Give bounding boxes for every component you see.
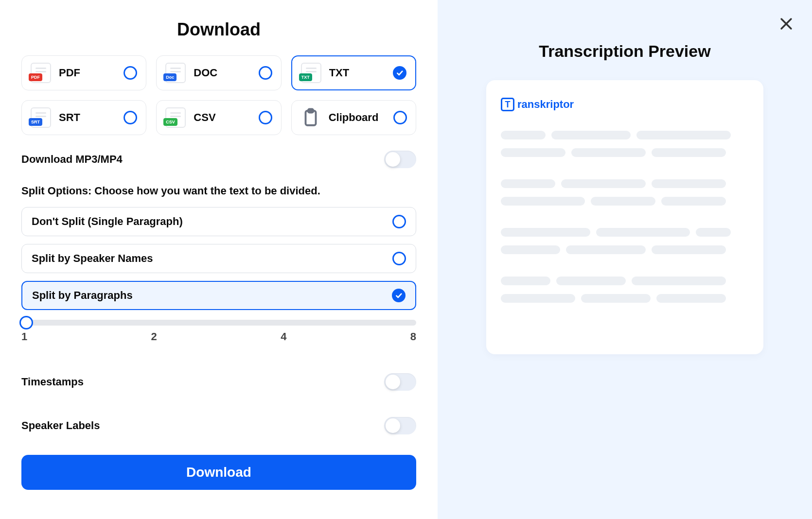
clipboard-icon — [300, 107, 321, 128]
toggle-row-mp3: Download MP3/MP4 — [21, 151, 416, 168]
slider-track[interactable] — [21, 320, 416, 326]
format-card-txt[interactable]: TXT TXT — [291, 55, 416, 90]
format-label: DOC — [194, 67, 250, 79]
radio-checked-icon — [393, 66, 406, 80]
download-title: Download — [21, 19, 416, 40]
format-label: Clipboard — [329, 111, 386, 124]
slider-tick: 1 — [21, 330, 27, 343]
radio-icon — [392, 252, 406, 265]
format-card-pdf[interactable]: PDF PDF — [21, 55, 146, 90]
more-toggles: Timestamps Speaker Labels — [21, 358, 416, 434]
format-grid: PDF PDF Doc DOC TXT TXT — [21, 55, 416, 135]
close-icon[interactable] — [778, 16, 794, 32]
split-option-label: Split by Paragraphs — [32, 289, 133, 302]
file-srt-icon: SRT — [31, 107, 51, 128]
format-label: PDF — [59, 67, 116, 79]
radio-icon — [392, 215, 406, 228]
toggle-knob — [386, 375, 400, 389]
radio-icon — [124, 66, 137, 80]
timestamps-label: Timestamps — [21, 376, 84, 388]
format-label: TXT — [329, 67, 385, 79]
slider-tick: 4 — [281, 330, 286, 343]
file-doc-icon: Doc — [165, 63, 186, 83]
format-label: SRT — [59, 111, 116, 124]
split-options-heading: Split Options: Choose how you want the t… — [21, 185, 416, 197]
skeleton-paragraph — [501, 277, 749, 303]
brand-mark-icon: T — [501, 98, 514, 111]
skeleton-paragraph — [501, 131, 749, 157]
toggle-knob — [386, 152, 400, 167]
preview-title: Transcription Preview — [539, 42, 710, 61]
speaker-labels-label: Speaker Labels — [21, 419, 100, 432]
split-option-label: Split by Speaker Names — [32, 252, 153, 265]
split-option-dont-split[interactable]: Don't Split (Single Paragraph) — [21, 207, 416, 236]
toggle-row-speaker-labels: Speaker Labels — [21, 417, 416, 434]
radio-icon — [259, 66, 272, 80]
file-csv-icon: CSV — [165, 107, 186, 128]
format-card-srt[interactable]: SRT SRT — [21, 100, 146, 135]
radio-icon — [393, 111, 407, 124]
skeleton-paragraph — [501, 179, 749, 206]
download-panel: Download PDF PDF Doc DOC TXT TXT — [0, 0, 438, 519]
file-pdf-icon: PDF — [31, 63, 51, 83]
format-label: CSV — [194, 111, 250, 124]
download-button[interactable]: Download — [21, 455, 416, 490]
radio-icon — [259, 111, 272, 124]
brand-logo: T ranskriptor — [501, 98, 749, 111]
format-card-csv[interactable]: CSV CSV — [156, 100, 281, 135]
timestamps-toggle[interactable] — [384, 373, 416, 391]
preview-panel: Transcription Preview T ranskriptor — [438, 0, 812, 519]
paragraph-slider: 1 2 4 8 — [21, 320, 416, 343]
radio-checked-icon — [392, 289, 406, 302]
preview-card: T ranskriptor — [486, 80, 763, 354]
speaker-labels-toggle[interactable] — [384, 417, 416, 434]
format-card-doc[interactable]: Doc DOC — [156, 55, 281, 90]
file-txt-icon: TXT — [301, 63, 321, 83]
split-option-paragraphs[interactable]: Split by Paragraphs — [21, 281, 416, 310]
format-card-clipboard[interactable]: Clipboard — [291, 100, 416, 135]
slider-ticks: 1 2 4 8 — [21, 330, 416, 343]
brand-text: ranskriptor — [517, 98, 574, 111]
slider-thumb[interactable] — [19, 316, 33, 329]
mp3-toggle[interactable] — [384, 151, 416, 168]
split-option-speaker-names[interactable]: Split by Speaker Names — [21, 244, 416, 273]
skeleton-paragraph — [501, 228, 749, 254]
split-option-label: Don't Split (Single Paragraph) — [32, 215, 183, 228]
slider-tick: 2 — [151, 330, 157, 343]
slider-tick: 8 — [410, 330, 416, 343]
toggle-knob — [386, 418, 400, 433]
toggle-row-timestamps: Timestamps — [21, 373, 416, 391]
mp3-label: Download MP3/MP4 — [21, 153, 123, 166]
split-options-list: Don't Split (Single Paragraph) Split by … — [21, 207, 416, 310]
radio-icon — [124, 111, 137, 124]
